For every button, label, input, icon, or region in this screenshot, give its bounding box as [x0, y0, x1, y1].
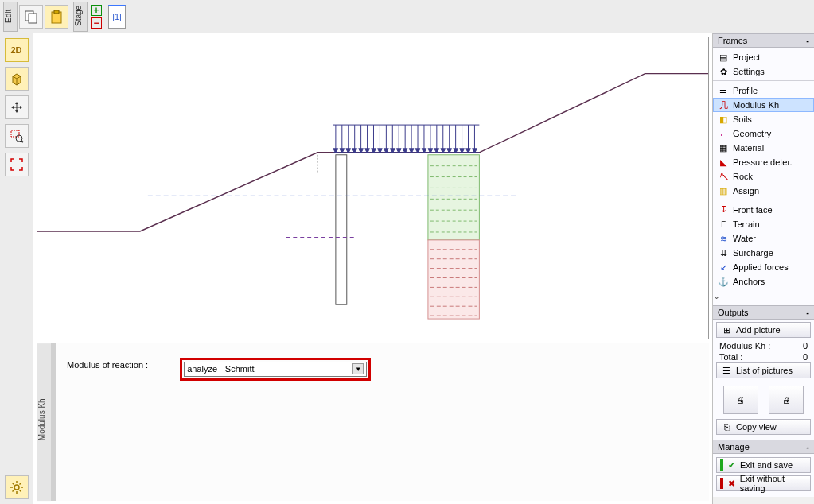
- outputs-body: ⊞ Add picture Modulus Kh :0 Total :0 ☰ L…: [713, 320, 814, 440]
- frame-item-pressure-deter[interactable]: ◣Pressure deter.: [713, 155, 814, 169]
- print-row: 🖨 🖨: [716, 381, 811, 419]
- frame-item-project[interactable]: ▤Project: [713, 50, 814, 64]
- svg-line-19: [19, 490, 21, 492]
- add-picture-icon: ⊞: [721, 324, 732, 335]
- fit-view-button[interactable]: [5, 153, 29, 176]
- svg-line-12: [21, 141, 23, 142]
- frame-item-water[interactable]: ≋Water: [713, 231, 814, 246]
- stage-tab[interactable]: Stage: [73, 2, 88, 32]
- drawing-canvas[interactable]: [37, 37, 709, 339]
- svg-rect-80: [428, 240, 479, 319]
- manage-minimize-button[interactable]: -: [806, 442, 809, 452]
- stage-plus-minus: + −: [91, 5, 102, 29]
- print-button-1[interactable]: 🖨: [723, 386, 758, 414]
- svg-rect-70: [336, 155, 347, 304]
- outputs-header: Outputs -: [713, 305, 814, 320]
- top-toolbar: Edit Stage + − [1]: [0, 0, 814, 33]
- manage-body: ✔ Exit and save ✖ Exit without saving: [713, 454, 814, 497]
- frames-header: Frames -: [713, 33, 814, 48]
- add-picture-button[interactable]: ⊞ Add picture: [716, 322, 811, 338]
- right-sidebar: Frames - ▤Project ✿Settings ☰Profile 几Mo…: [712, 33, 814, 504]
- frame-item-soils[interactable]: ◧Soils: [713, 112, 814, 126]
- geometry-icon: ⌐: [718, 128, 729, 139]
- cross-icon: ✖: [728, 479, 735, 489]
- assign-icon: ▥: [718, 185, 729, 196]
- list-icon: ☰: [721, 365, 732, 376]
- manage-title: Manage: [718, 442, 750, 452]
- settings-button[interactable]: [5, 475, 29, 499]
- modulus-icon: 几: [718, 99, 729, 110]
- svg-line-18: [12, 483, 14, 485]
- fit-icon: [10, 157, 24, 172]
- paste-button[interactable]: [45, 5, 68, 29]
- edit-tab[interactable]: Edit: [3, 2, 18, 32]
- copy-view-icon: ⎘: [721, 421, 732, 432]
- printer-icon: 🖨: [736, 395, 745, 405]
- copy-view-button[interactable]: ⎘ Copy view: [716, 419, 811, 435]
- more-icon: ⌄: [713, 291, 720, 301]
- svg-rect-1: [29, 14, 37, 23]
- frame-item-material[interactable]: ▦Material: [713, 141, 814, 155]
- manage-header: Manage -: [713, 440, 814, 454]
- material-icon: ▦: [718, 142, 729, 153]
- left-toolbar: 2D: [0, 33, 33, 504]
- clipboard-icon: [49, 10, 64, 24]
- terrain-icon: Γ: [718, 219, 729, 230]
- svg-line-20: [19, 483, 21, 485]
- frame-item-anchors[interactable]: ⚓Anchors: [713, 274, 814, 289]
- zoom-region-button[interactable]: [5, 124, 29, 148]
- toolbar-spacer: [5, 181, 29, 471]
- bottom-tab[interactable]: Modulus Kh: [37, 343, 51, 501]
- frame-item-front-face[interactable]: ↧Front face: [713, 200, 814, 217]
- stat-modulus: Modulus Kh :0: [716, 340, 811, 351]
- frame-item-settings[interactable]: ✿Settings: [713, 64, 814, 79]
- frame-item-profile[interactable]: ☰Profile: [713, 80, 814, 98]
- svg-rect-72: [428, 155, 479, 240]
- copy-button[interactable]: [19, 5, 43, 29]
- check-icon: ✔: [728, 460, 735, 471]
- outputs-minimize-button[interactable]: -: [806, 308, 809, 317]
- gear-icon: [10, 480, 24, 494]
- modulus-dropdown[interactable]: analyze - Schmitt ▼: [184, 362, 367, 377]
- center-pane: Modulus Kh Modulus of reaction : analyze…: [33, 33, 712, 504]
- exit-nosave-button[interactable]: ✖ Exit without saving: [716, 475, 811, 491]
- move-icon: [10, 100, 24, 114]
- view-2d-button[interactable]: 2D: [5, 38, 29, 62]
- list-pictures-button[interactable]: ☰ List of pictures: [716, 362, 811, 378]
- dropdown-value: analyze - Schmitt: [187, 364, 254, 374]
- frames-minimize-button[interactable]: -: [806, 36, 809, 45]
- water-icon: ≋: [718, 233, 729, 244]
- stage-add-button[interactable]: +: [91, 5, 102, 16]
- svg-point-13: [14, 485, 19, 490]
- frame-item-geometry[interactable]: ⌐Geometry: [713, 126, 814, 141]
- print-button-2[interactable]: 🖨: [769, 386, 804, 414]
- chevron-down-icon: ▼: [352, 363, 364, 374]
- frames-title: Frames: [718, 36, 747, 45]
- gear-icon: ✿: [718, 66, 729, 77]
- frame-item-modulus-kh[interactable]: 几Modulus Kh: [713, 98, 814, 112]
- frame-item-rock[interactable]: ⛏Rock: [713, 169, 814, 184]
- frame-item-assign[interactable]: ▥Assign: [713, 184, 814, 198]
- main-area: 2D: [0, 33, 814, 504]
- frontface-icon: ↧: [718, 204, 729, 215]
- bottom-panel: Modulus Kh Modulus of reaction : analyze…: [37, 343, 709, 501]
- reaction-label: Modulus of reaction :: [67, 358, 148, 370]
- pressure-icon: ◣: [718, 157, 729, 168]
- red-bar-icon: [720, 478, 723, 489]
- frame-item-surcharge[interactable]: ⇊Surcharge: [713, 246, 814, 260]
- frame-item-more[interactable]: ⌄: [713, 289, 814, 303]
- stage-remove-button[interactable]: −: [91, 17, 102, 29]
- stage-indicator[interactable]: [1]: [108, 5, 126, 29]
- frame-item-applied-forces[interactable]: ↙Applied forces: [713, 260, 814, 274]
- frame-item-terrain[interactable]: ΓTerrain: [713, 217, 814, 231]
- anchor-icon: ⚓: [718, 276, 729, 287]
- svg-point-11: [16, 135, 22, 142]
- profile-icon: ☰: [718, 85, 729, 96]
- pan-button[interactable]: [5, 95, 29, 119]
- view-3d-button[interactable]: [5, 67, 29, 91]
- forces-icon: ↙: [718, 262, 729, 273]
- cube-icon: [10, 72, 24, 86]
- outputs-title: Outputs: [718, 308, 749, 317]
- bottom-content: Modulus of reaction : analyze - Schmitt …: [56, 343, 709, 501]
- exit-save-button[interactable]: ✔ Exit and save: [716, 457, 811, 473]
